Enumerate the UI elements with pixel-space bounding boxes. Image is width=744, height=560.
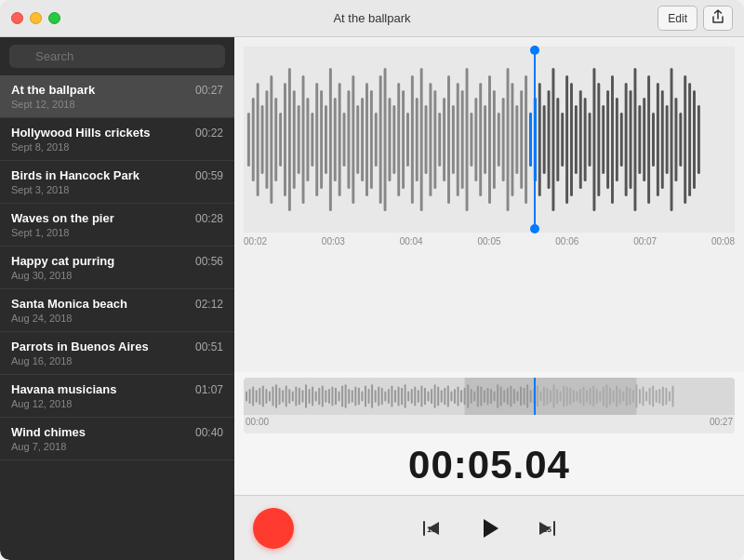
svg-rect-125 <box>312 387 313 407</box>
svg-rect-84 <box>625 83 628 196</box>
svg-rect-40 <box>425 105 428 174</box>
svg-rect-38 <box>416 98 418 181</box>
svg-rect-18 <box>325 105 327 174</box>
svg-rect-41 <box>429 83 432 196</box>
recording-duration: 00:27 <box>195 84 223 97</box>
svg-rect-108 <box>256 390 258 403</box>
svg-rect-220 <box>626 387 628 407</box>
svg-rect-207 <box>583 387 585 407</box>
recording-item[interactable]: Hollywood Hills crickets 00:22 Sept 8, 2… <box>0 118 234 161</box>
svg-rect-216 <box>613 390 615 403</box>
recording-date: Aug 7, 2018 <box>11 441 223 452</box>
titlebar-actions: Edit <box>658 6 733 31</box>
svg-rect-190 <box>526 384 528 408</box>
svg-rect-138 <box>354 387 356 407</box>
svg-rect-227 <box>649 388 651 405</box>
svg-rect-56 <box>498 113 500 167</box>
svg-rect-76 <box>589 113 591 167</box>
svg-rect-53 <box>484 105 486 174</box>
svg-rect-128 <box>322 385 324 407</box>
recording-date: Aug 30, 2018 <box>11 270 223 281</box>
minimize-button[interactable] <box>30 12 42 24</box>
svg-rect-169 <box>457 387 458 407</box>
svg-rect-202 <box>566 387 568 407</box>
svg-rect-74 <box>579 90 582 189</box>
recording-item[interactable]: Wind chimes 00:40 Aug 7, 2018 <box>0 418 234 460</box>
recording-item[interactable]: Happy cat purring 00:56 Aug 30, 2018 <box>0 247 234 289</box>
recording-date: Sept 1, 2018 <box>11 227 223 238</box>
svg-rect-115 <box>279 388 281 405</box>
record-button[interactable] <box>253 508 294 549</box>
svg-rect-149 <box>391 385 392 407</box>
svg-rect-209 <box>590 388 591 405</box>
svg-rect-47 <box>457 83 459 196</box>
skip-back-button[interactable]: 15 <box>415 512 448 545</box>
main-waveform[interactable] <box>244 47 735 233</box>
svg-rect-189 <box>524 388 525 405</box>
mini-waveform-container[interactable]: 00:00 00:27 <box>244 378 735 433</box>
svg-rect-148 <box>388 389 390 404</box>
recording-item[interactable]: Waves on the pier 00:28 Sept 1, 2018 <box>0 204 234 247</box>
recording-item[interactable]: Havana musicians 01:07 Aug 12, 2018 <box>0 375 234 418</box>
svg-rect-65 <box>538 83 541 196</box>
svg-rect-1 <box>247 113 250 167</box>
time-label: 00:06 <box>555 236 578 247</box>
svg-rect-25 <box>356 105 359 174</box>
svg-rect-8 <box>279 113 282 167</box>
svg-rect-54 <box>488 75 491 204</box>
recording-name: Havana musicians <box>11 382 190 396</box>
search-wrapper: 🔍 <box>9 45 225 68</box>
recording-item[interactable]: At the ballpark 00:27 Sept 12, 2018 <box>0 75 234 118</box>
recording-item[interactable]: Parrots in Buenos Aires 00:51 Aug 16, 20… <box>0 332 234 375</box>
svg-rect-196 <box>546 388 548 405</box>
skip-forward-button[interactable]: 15 <box>530 512 564 545</box>
edit-button[interactable]: Edit <box>658 6 698 31</box>
svg-rect-67 <box>548 90 551 189</box>
time-label: 00:03 <box>322 236 345 247</box>
svg-rect-179 <box>490 389 492 404</box>
svg-rect-86 <box>633 68 636 211</box>
traffic-lights <box>11 12 60 24</box>
svg-rect-28 <box>370 90 373 189</box>
svg-rect-78 <box>597 83 600 196</box>
svg-rect-69 <box>556 98 559 181</box>
recording-name: Waves on the pier <box>11 211 190 225</box>
main-waveform-container: 00:0200:0300:0400:0500:0600:0700:08 <box>234 37 744 372</box>
svg-rect-171 <box>464 388 466 405</box>
close-button[interactable] <box>11 12 23 24</box>
recording-item[interactable]: Santa Monica beach 02:12 Aug 24, 2018 <box>0 289 234 332</box>
svg-rect-222 <box>632 390 634 403</box>
svg-rect-55 <box>493 90 496 189</box>
svg-rect-44 <box>443 98 445 181</box>
recording-duration: 00:40 <box>195 426 223 439</box>
recording-item[interactable]: Birds in Hancock Park 00:59 Sept 3, 2018 <box>0 161 234 204</box>
svg-rect-90 <box>652 113 655 167</box>
share-button[interactable] <box>703 6 733 31</box>
maximize-button[interactable] <box>48 12 60 24</box>
svg-rect-35 <box>402 90 405 189</box>
svg-rect-73 <box>575 105 578 174</box>
svg-rect-77 <box>592 68 595 211</box>
svg-rect-224 <box>639 389 641 404</box>
svg-rect-24 <box>352 75 354 204</box>
recording-name: Santa Monica beach <box>11 297 190 311</box>
time-label: 00:04 <box>400 236 423 247</box>
svg-rect-177 <box>484 390 485 403</box>
svg-rect-11 <box>293 90 296 189</box>
left-controls <box>253 508 410 549</box>
svg-rect-159 <box>424 388 426 405</box>
search-input[interactable] <box>9 45 225 68</box>
play-button[interactable] <box>471 510 508 547</box>
svg-rect-101 <box>529 113 532 167</box>
svg-rect-62 <box>525 75 527 204</box>
svg-rect-140 <box>361 391 363 401</box>
svg-rect-178 <box>486 388 488 405</box>
svg-rect-197 <box>550 390 551 403</box>
svg-rect-181 <box>497 384 498 408</box>
svg-rect-15 <box>311 113 313 167</box>
svg-rect-132 <box>335 388 337 405</box>
svg-rect-66 <box>543 105 546 174</box>
svg-rect-152 <box>401 388 403 405</box>
svg-rect-212 <box>599 391 601 401</box>
svg-rect-43 <box>438 113 441 167</box>
